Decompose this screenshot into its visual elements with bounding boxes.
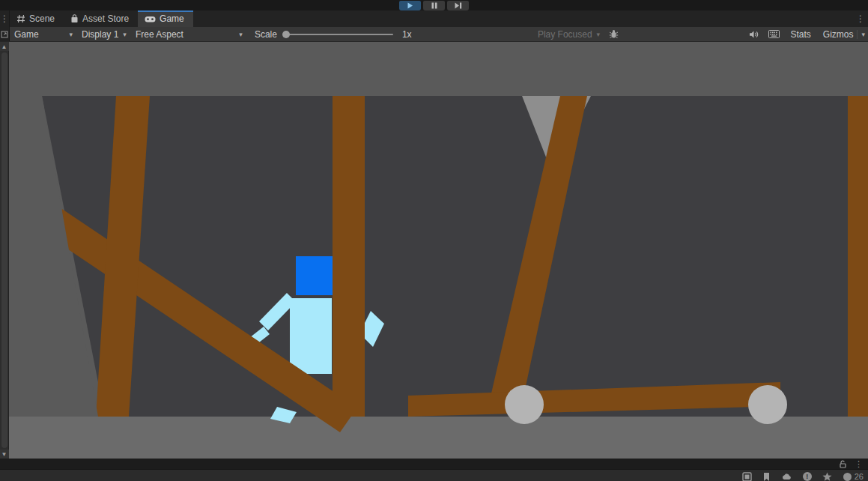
tab-asset-store-label: Asset Store xyxy=(82,13,129,24)
chevron-down-icon: ▾ xyxy=(861,31,865,38)
console-star-icon[interactable] xyxy=(822,472,832,481)
chevron-down-icon: ▾ xyxy=(123,31,127,38)
scene-grid-icon xyxy=(16,14,25,23)
scale-slider-knob[interactable] xyxy=(282,31,290,38)
step-icon xyxy=(455,2,462,9)
vertical-scrollbar[interactable]: ▲ ▼ xyxy=(0,42,9,459)
ground-strip xyxy=(0,417,868,459)
scroll-up-icon[interactable]: ▲ xyxy=(0,42,9,51)
status-menu-kebab-icon[interactable]: ⋮ xyxy=(855,460,863,468)
left-panel-popout-icon[interactable] xyxy=(0,27,10,41)
play-area-background xyxy=(42,96,868,417)
scale-label: Scale xyxy=(255,29,277,40)
tab-scene-label: Scene xyxy=(29,13,55,24)
tab-asset-store[interactable]: Asset Store xyxy=(64,10,138,27)
scale-control: Scale 1x xyxy=(255,29,412,40)
aspect-ratio-dropdown[interactable]: Free Aspect ▾ xyxy=(131,27,247,41)
scroll-down-icon[interactable]: ▼ xyxy=(0,450,9,459)
tab-game[interactable]: Game xyxy=(138,10,193,27)
scrollbar-thumb[interactable] xyxy=(1,52,7,448)
onscreen-keyboard-icon[interactable] xyxy=(764,27,784,41)
beam-vertical-center xyxy=(333,96,365,417)
console-cloud-icon[interactable] xyxy=(781,472,792,481)
asset-store-bag-icon xyxy=(70,14,79,23)
pause-button[interactable] xyxy=(423,1,445,10)
play-mode-toolbar xyxy=(0,0,868,10)
game-gamepad-icon xyxy=(145,15,156,23)
chevron-down-icon: ▾ xyxy=(69,31,73,38)
tab-scene[interactable]: Scene xyxy=(10,10,64,27)
frame-debugger-bug-icon[interactable] xyxy=(604,27,623,41)
display-dropdown[interactable]: Display 1 ▾ xyxy=(77,27,131,41)
beam-right-edge xyxy=(848,96,868,417)
stats-button[interactable]: Stats xyxy=(784,29,816,40)
player-torso xyxy=(290,298,332,374)
chevron-down-icon: ▾ xyxy=(597,31,601,38)
game-viewport[interactable]: ▲ ▼ xyxy=(0,42,868,459)
pause-icon xyxy=(431,2,437,9)
status-bar: ⋮ xyxy=(0,459,868,469)
console-message-count[interactable]: 26 xyxy=(843,472,864,481)
gizmos-dropdown[interactable]: Gizmos ▾ xyxy=(817,27,868,41)
mute-audio-icon[interactable] xyxy=(744,27,764,41)
panel-tab-bar: ⋮ Scene Asset Store Game ⋮ xyxy=(0,10,868,27)
step-button[interactable] xyxy=(447,1,469,10)
play-focused-dropdown[interactable]: Play Focused ▾ xyxy=(533,27,604,41)
game-canvas[interactable] xyxy=(0,42,868,459)
unlock-icon[interactable] xyxy=(839,460,847,468)
unity-editor-window: { "topbar": { "play_icon": "play-icon", … xyxy=(0,0,868,481)
play-button[interactable] xyxy=(399,1,421,10)
left-panel-kebab-icon[interactable]: ⋮ xyxy=(0,10,10,27)
game-view-toolbar: Game ▾ Display 1 ▾ Free Aspect ▾ Scale 1… xyxy=(0,27,868,42)
wheel-left xyxy=(505,385,544,424)
console-alert-icon[interactable]: ! xyxy=(803,472,812,481)
player-head xyxy=(296,256,333,295)
chevron-down-icon: ▾ xyxy=(239,31,243,38)
scale-value: 1x xyxy=(402,29,412,40)
wheel-right xyxy=(748,385,787,424)
console-bookmark-icon[interactable] xyxy=(762,472,771,481)
tab-game-label: Game xyxy=(160,13,184,24)
tab-bar-menu-icon[interactable]: ⋮ xyxy=(853,10,868,27)
camera-dropdown[interactable]: Game ▾ xyxy=(10,27,77,41)
play-icon xyxy=(407,2,413,9)
scale-slider[interactable] xyxy=(283,34,393,35)
console-window-icon[interactable] xyxy=(742,472,752,481)
console-toolbar-cutoff: ! 26 xyxy=(0,469,868,481)
